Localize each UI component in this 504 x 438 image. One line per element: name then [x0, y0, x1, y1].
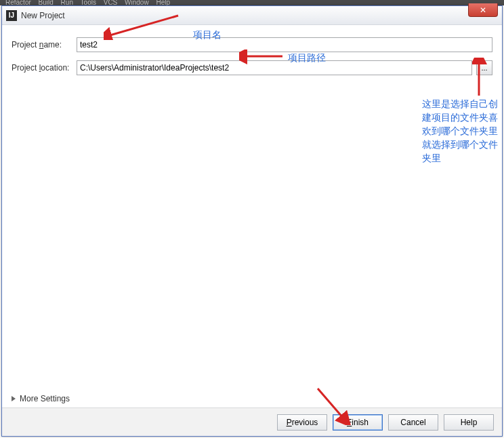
- previous-button[interactable]: Previous: [277, 414, 327, 431]
- project-name-input[interactable]: [77, 37, 492, 52]
- intellij-icon: IJ: [6, 10, 17, 21]
- triangle-right-icon: [12, 396, 16, 401]
- project-name-row: Project name:: [12, 37, 492, 52]
- titlebar[interactable]: IJ New Project ✕: [2, 6, 502, 25]
- dialog-content: Project name: Project location: ... More…: [2, 25, 502, 436]
- more-settings-label: More Settings: [20, 394, 70, 403]
- ellipsis-icon: ...: [481, 64, 487, 72]
- cancel-button[interactable]: Cancel: [388, 414, 438, 431]
- project-location-label: Project location:: [12, 63, 77, 73]
- project-name-label: Project name:: [12, 40, 77, 49]
- help-button[interactable]: Help: [444, 414, 494, 431]
- main-menubar: Refactor Build Run Tools VCS Window Help: [0, 0, 504, 5]
- close-icon: ✕: [480, 5, 486, 15]
- more-settings-toggle[interactable]: More Settings: [12, 394, 70, 403]
- project-location-input[interactable]: [77, 60, 472, 75]
- close-button[interactable]: ✕: [468, 3, 498, 17]
- browse-button[interactable]: ...: [476, 60, 492, 75]
- dialog-title: New Project: [21, 11, 65, 20]
- project-location-row: Project location: ...: [12, 60, 492, 75]
- annotation-browse-hint: 这里是选择自己创建项目的文件夹喜欢到哪个文件夹里就选择到哪个文件夹里: [422, 97, 498, 165]
- new-project-dialog: IJ New Project ✕ Project name: Project l…: [1, 5, 503, 437]
- finish-button[interactable]: Finish: [333, 414, 383, 431]
- dialog-footer: Previous Finish Cancel Help: [2, 407, 502, 436]
